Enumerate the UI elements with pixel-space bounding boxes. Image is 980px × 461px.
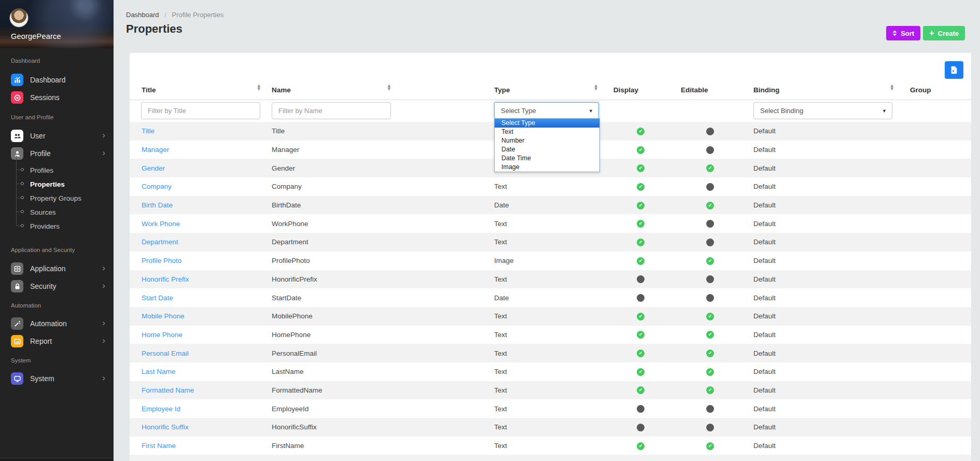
property-title-link[interactable]: Mobile Phone — [142, 312, 185, 320]
title-filter-input[interactable] — [141, 102, 260, 119]
editable-disabled-icon — [706, 239, 714, 246]
create-button-label: Create — [938, 30, 959, 37]
property-title-link[interactable]: Honorific Suffix — [142, 423, 189, 431]
sidebar-subitem-providers[interactable]: Providers — [0, 220, 114, 232]
sidebar-item-security[interactable]: Security › — [0, 277, 114, 295]
export-excel-button[interactable]: x — [945, 61, 963, 79]
property-group — [910, 399, 971, 418]
property-title-link[interactable]: Honorific Prefix — [142, 275, 189, 283]
binding-filter-select[interactable]: Select Binding ▼ — [753, 102, 892, 119]
sidebar-item-sessions[interactable]: Sessions — [0, 89, 114, 106]
breadcrumb: Dashboard / Profile Properties — [126, 11, 223, 19]
table-row: Personal Email PersonalEmail Text ✔ ✔ De… — [130, 344, 971, 362]
report-chart-icon — [11, 335, 23, 347]
property-name: BirthDate — [272, 196, 494, 215]
sort-button[interactable]: Sort — [886, 26, 920, 40]
table-row: Mobile Phone MobilePhone Text ✔ ✔ Defaul… — [130, 307, 971, 326]
table-row: Work Phone WorkPhone Text ✔ Default — [130, 214, 971, 233]
display-enabled-icon: ✔ — [637, 202, 645, 209]
sort-column-icon[interactable] — [258, 85, 260, 90]
property-type: Text — [494, 362, 613, 381]
display-enabled-icon: ✔ — [637, 257, 645, 265]
sidebar-subitem-sources[interactable]: Sources — [0, 206, 114, 218]
property-title-link[interactable]: First Name — [142, 442, 176, 450]
property-title-link[interactable]: Birth Date — [142, 201, 173, 209]
property-group — [910, 196, 971, 215]
up-down-arrows-icon — [892, 30, 897, 36]
property-title-link[interactable]: Manager — [142, 146, 169, 153]
property-title-link[interactable]: Home Phone — [142, 331, 183, 339]
property-title-link[interactable]: Department — [142, 238, 178, 246]
username[interactable]: GeorgePearce — [11, 32, 61, 40]
create-button[interactable]: + Create — [923, 26, 965, 40]
type-option-text[interactable]: Text — [495, 128, 599, 136]
profile-icon — [11, 147, 23, 160]
breadcrumb-dashboard-link[interactable]: Dashboard — [126, 11, 159, 19]
property-title-link[interactable]: Work Phone — [142, 220, 180, 228]
property-binding: Default — [753, 159, 910, 177]
column-header-name[interactable]: Name — [272, 80, 494, 100]
editable-disabled-icon — [706, 220, 714, 228]
display-enabled-icon: ✔ — [637, 220, 645, 228]
property-type: Date — [494, 288, 613, 307]
display-enabled-icon: ✔ — [637, 331, 645, 339]
property-title-link[interactable]: Formatted Name — [142, 386, 194, 394]
sidebar-subitem-properties[interactable]: Properties — [0, 178, 114, 190]
editable-disabled-icon — [706, 275, 714, 283]
property-type: Text — [494, 381, 613, 400]
chevron-right-icon: › — [102, 148, 105, 157]
type-option-number[interactable]: Number — [495, 136, 599, 145]
display-enabled-icon: ✔ — [637, 350, 645, 357]
type-select-value: Select Type — [501, 107, 536, 115]
user-avatar[interactable] — [10, 9, 28, 27]
bullet-ring-icon — [21, 210, 24, 213]
property-title-link[interactable]: Profile Photo — [142, 257, 181, 264]
sidebar-item-automation[interactable]: Automation › — [0, 315, 114, 332]
sidebar-item-system[interactable]: System › — [0, 370, 114, 387]
svg-text:x: x — [952, 68, 955, 73]
property-type: Text — [494, 418, 613, 437]
chevron-right-icon: › — [102, 131, 105, 139]
property-title-link[interactable]: Start Date — [142, 294, 173, 302]
property-title-link[interactable]: Last Name — [142, 368, 175, 375]
sidebar-footer-bar[interactable] — [0, 458, 114, 461]
property-title-link[interactable]: Title — [142, 127, 155, 135]
property-type: Text — [494, 214, 613, 233]
sort-column-icon[interactable] — [891, 85, 893, 90]
display-disabled-icon — [637, 275, 645, 283]
property-binding: Default — [753, 399, 910, 418]
sidebar-item-application[interactable]: Application › — [0, 260, 114, 277]
column-header-type[interactable]: Type — [494, 80, 613, 100]
type-option-date[interactable]: Date — [495, 145, 599, 154]
chevron-right-icon: › — [102, 263, 105, 272]
sidebar-item-report[interactable]: Report › — [0, 332, 114, 350]
sidebar-item-label: Application — [30, 264, 66, 273]
column-header-binding[interactable]: Binding — [753, 80, 910, 100]
sidebar-item-user[interactable]: User › — [0, 127, 114, 145]
type-option-date-time[interactable]: Date Time — [495, 154, 599, 163]
type-filter-select[interactable]: Select Type ▼ — [494, 102, 599, 119]
property-binding: Default — [753, 288, 910, 307]
sidebar-item-dashboard[interactable]: Dashboard — [0, 71, 114, 89]
sort-column-icon[interactable] — [388, 85, 390, 90]
type-option-select-type[interactable]: Select Type — [495, 119, 599, 128]
property-title-link[interactable]: Personal Email — [142, 350, 189, 357]
table-row: Birth Date BirthDate Date ✔ ✔ Default — [130, 196, 971, 215]
sort-column-icon[interactable] — [595, 85, 597, 90]
sidebar-subitem-profiles[interactable]: Profiles — [0, 164, 114, 176]
column-header-title[interactable]: Title — [130, 80, 272, 100]
name-filter-input[interactable] — [272, 102, 391, 119]
display-disabled-icon — [637, 405, 645, 413]
sidebar-subitem-property-groups[interactable]: Property Groups — [0, 192, 114, 204]
property-binding: Default — [753, 141, 910, 159]
property-name: FirstName — [272, 437, 494, 455]
sidebar-item-label: Profile — [30, 149, 51, 158]
lock-icon — [11, 280, 23, 292]
property-title-link[interactable]: Employee Id — [142, 405, 180, 413]
sidebar-item-profile[interactable]: Profile › — [0, 145, 114, 162]
property-title-link[interactable]: Gender — [142, 164, 165, 172]
section-label-system: System — [11, 357, 31, 364]
property-title-link[interactable]: Company — [142, 183, 172, 190]
type-option-image[interactable]: Image — [495, 163, 599, 172]
display-disabled-icon — [637, 424, 645, 431]
